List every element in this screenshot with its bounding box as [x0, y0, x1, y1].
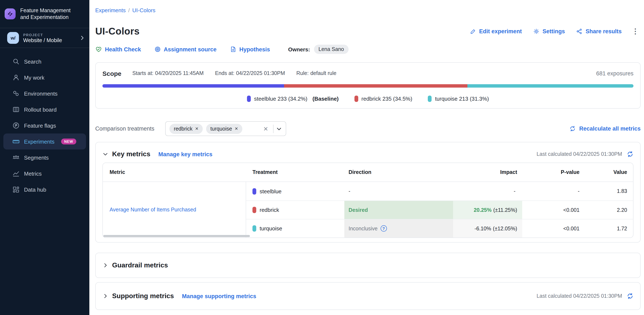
chip-turquoise[interactable]: turquoise ✕ [206, 124, 242, 134]
split-logo-icon [5, 8, 16, 19]
app-logo: Feature Management and Experimentation [0, 0, 89, 28]
project-avatar: w/ [7, 32, 19, 44]
chip-close-icon[interactable]: ✕ [234, 126, 238, 131]
sidebar-item-label: Metrics [24, 170, 42, 177]
sidebar-item-environments[interactable]: Environments [3, 85, 86, 101]
chevron-right-icon[interactable] [102, 293, 108, 299]
owner-pill[interactable]: Lena Sano [314, 45, 348, 54]
sidebar-item-metrics[interactable]: Metrics [3, 166, 86, 182]
treatment-swatch [252, 207, 256, 213]
pencil-icon [470, 28, 476, 34]
impact-ci: (±11.25%) [493, 207, 517, 213]
impact-value: -6.10% [474, 226, 491, 231]
settings-button[interactable]: Settings [533, 28, 565, 34]
sidebar-item-experiments[interactable]: Experiments NEW [3, 133, 86, 149]
key-metrics-header: Key metrics Manage key metrics Last calc… [102, 149, 634, 160]
sidebar: Feature Management and Experimentation w… [0, 0, 89, 315]
scope-starts: Starts at:04/20/2025 11:45AM [132, 70, 204, 76]
sidebar-item-search[interactable]: Search [3, 53, 86, 69]
project-name: Website / Mobile [23, 37, 75, 43]
project-switcher[interactable]: w/ PROJECT Website / Mobile [0, 28, 89, 47]
chevron-down-icon[interactable] [276, 126, 282, 132]
chevron-down-icon[interactable] [102, 151, 108, 157]
sidebar-item-feature-flags[interactable]: Feature flags [3, 117, 86, 133]
clear-all-icon[interactable]: ✕ [261, 125, 270, 132]
direction-value: Desired [348, 207, 368, 213]
page-title: UI-Colors [95, 25, 140, 37]
supporting-metrics-section[interactable]: Supporting metrics Manage supporting met… [95, 282, 641, 310]
metric-cell: Average Number of Items Purchased [103, 182, 246, 238]
sidebar-item-label: My work [24, 74, 44, 81]
legend-item-turquoise: turquoise 213 (31.3%) [428, 95, 489, 102]
share-results-label: Share results [586, 28, 622, 34]
chart-icon [12, 170, 20, 177]
hypothesis-link[interactable]: Hypothesis [230, 46, 270, 53]
sidebar-item-my-work[interactable]: My work [3, 69, 86, 85]
sidebar-item-rollout-board[interactable]: Rollout board [3, 101, 86, 117]
scope-header: Scope Starts at:04/20/2025 11:45AM Ends … [102, 69, 634, 78]
sidebar-item-label: Search [24, 58, 41, 65]
comparison-label: Comparison treatments [95, 125, 154, 132]
more-options-button[interactable]: ⋮ [630, 27, 641, 35]
treatments-multiselect[interactable]: redbrick ✕ turquoise ✕ ✕ [166, 121, 286, 136]
horizontal-scrollbar-thumb[interactable] [103, 235, 250, 237]
last-calculated-text: Last calculated 04/22/2025 01:30PM [536, 293, 622, 299]
sidebar-item-segments[interactable]: Segments [3, 149, 86, 166]
segments-icon [12, 154, 20, 161]
breadcrumb-separator: / [128, 7, 130, 14]
project-text: PROJECT Website / Mobile [23, 33, 75, 43]
baseline-tag: (Baseline) [312, 95, 339, 102]
assignment-source-link[interactable]: Assignment source [154, 46, 217, 53]
help-icon[interactable]: ? [380, 225, 387, 232]
new-badge: NEW [61, 139, 76, 144]
breadcrumb: Experiments / UI-Colors [95, 7, 641, 14]
treatment-name: steelblue [260, 188, 282, 194]
chip-close-icon[interactable]: ✕ [195, 126, 199, 131]
edit-experiment-button[interactable]: Edit experiment [470, 28, 522, 34]
metric-link[interactable]: Average Number of Items Purchased [110, 207, 196, 213]
scope-title: Scope [102, 70, 122, 77]
divider [273, 124, 274, 133]
chevron-right-icon[interactable] [102, 262, 108, 268]
sidebar-item-label: Experiments [24, 138, 54, 145]
bar-segment-steelblue [102, 84, 284, 88]
manage-key-metrics-link[interactable]: Manage key metrics [158, 151, 212, 157]
document-icon [230, 46, 236, 53]
scope-card: Scope Starts at:04/20/2025 11:45AM Ends … [95, 62, 641, 109]
breadcrumb-experiments[interactable]: Experiments [95, 7, 126, 14]
app-title: Feature Management and Experimentation [20, 7, 75, 21]
breadcrumb-current[interactable]: UI-Colors [132, 7, 156, 14]
divider [0, 47, 89, 48]
impact-value: 20.25% [474, 207, 492, 213]
edit-experiment-label: Edit experiment [479, 28, 522, 34]
manage-supporting-metrics-link[interactable]: Manage supporting metrics [182, 293, 256, 299]
chip-redbrick[interactable]: redbrick ✕ [170, 124, 203, 134]
treatment-swatch [252, 188, 256, 194]
column-header-direction: Direction [344, 169, 453, 175]
legend-swatch [428, 95, 432, 102]
health-check-link[interactable]: Health Check [95, 46, 141, 53]
treatment-distribution-bar [102, 84, 634, 88]
refresh-icon[interactable] [627, 293, 634, 300]
pvalue-cell: <0.001 [522, 201, 586, 219]
comparison-row: Comparison treatments redbrick ✕ turquoi… [95, 121, 641, 136]
sidebar-item-data-hub[interactable]: Data hub [3, 182, 86, 198]
refresh-icon[interactable] [627, 151, 634, 157]
value-cell: 1.72 [586, 219, 633, 238]
ruler-icon [12, 138, 20, 145]
value-cell: 2.20 [586, 201, 633, 219]
recalculate-all-metrics-button[interactable]: Recalculate all metrics [570, 125, 641, 132]
scope-ends: Ends at:04/22/2025 01:30PM [215, 70, 285, 76]
share-results-button[interactable]: Share results [576, 28, 622, 34]
treatment-name: redbrick [260, 207, 279, 213]
column-header-treatment: Treatment [246, 169, 344, 175]
share-icon [576, 28, 583, 34]
hypothesis-label: Hypothesis [240, 46, 270, 52]
treatment-name: turquoise [260, 225, 282, 232]
recalculate-label: Recalculate all metrics [579, 125, 641, 132]
legend-item-redbrick: redbrick 235 (34.5%) [354, 95, 412, 102]
guardrail-metrics-section[interactable]: Guardrail metrics [95, 253, 641, 278]
environments-icon [12, 90, 20, 97]
board-icon [12, 106, 20, 113]
column-header-impact: Impact [453, 169, 522, 175]
